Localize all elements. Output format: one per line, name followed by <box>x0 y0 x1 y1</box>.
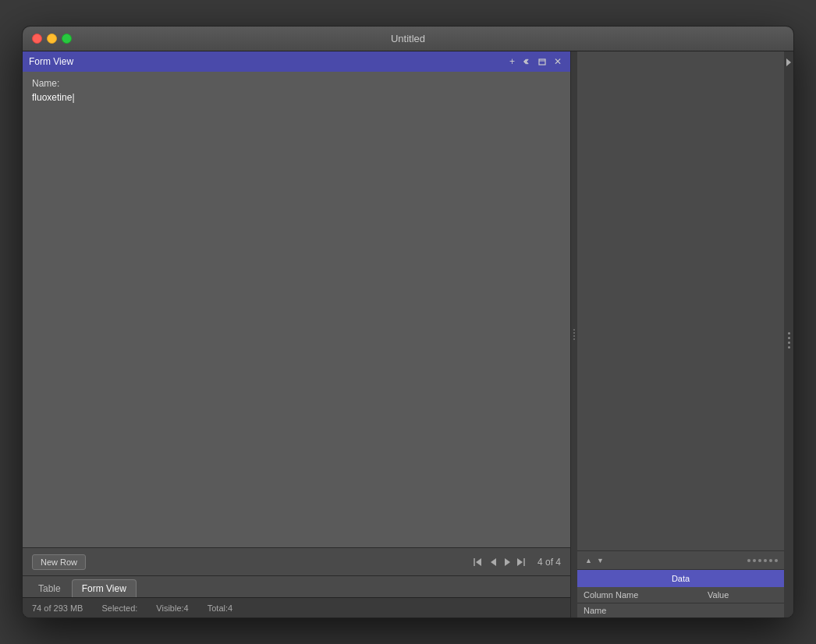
control-bar: ▲ ▼ <box>577 551 784 570</box>
nav-left: New Row <box>32 554 86 570</box>
splitter-dot <box>573 332 575 334</box>
splitter-dots <box>573 329 575 340</box>
status-visible: Visible:4 <box>156 603 188 613</box>
sidebar-strip-dots <box>788 332 790 349</box>
nav-next-icon <box>503 557 511 567</box>
window-icon <box>538 58 546 65</box>
nav-first-button[interactable] <box>472 556 486 568</box>
vertical-splitter[interactable] <box>571 51 577 617</box>
form-window-button[interactable] <box>536 57 548 66</box>
nav-prev-icon <box>490 557 498 567</box>
nav-prev-button[interactable] <box>488 556 499 568</box>
indicator-dot <box>775 559 778 562</box>
nav-last-icon <box>516 557 527 567</box>
data-tab-label: Data <box>672 574 690 583</box>
field-label: Name: <box>32 78 561 89</box>
title-bar: Untitled <box>23 27 793 51</box>
left-panel: Form View + ✕ <box>23 51 571 617</box>
svg-marker-3 <box>476 558 481 566</box>
column-value-header: Value <box>708 590 778 600</box>
field-value: fluoxetine <box>32 92 561 103</box>
indicator-dot <box>764 559 767 562</box>
minimize-button[interactable] <box>47 34 57 44</box>
svg-marker-5 <box>505 558 510 566</box>
s-dot <box>788 337 790 339</box>
maximize-button[interactable] <box>62 34 72 44</box>
nav-first-icon <box>474 557 484 567</box>
form-view-actions: + ✕ <box>507 55 564 68</box>
indicator-dot <box>747 559 750 562</box>
data-cell-value <box>708 606 778 615</box>
indicator-dot <box>758 559 761 562</box>
form-add-button[interactable]: + <box>507 55 517 68</box>
form-back-button[interactable] <box>520 57 533 66</box>
tab-form-view[interactable]: Form View <box>72 579 137 597</box>
control-arrows: ▲ ▼ <box>584 556 605 565</box>
form-view-header: Form View + ✕ <box>23 51 570 72</box>
data-cell-name: Name <box>584 606 708 615</box>
svg-marker-8 <box>786 58 791 66</box>
indicator-dot <box>769 559 772 562</box>
window-title: Untitled <box>391 33 425 44</box>
s-dot <box>788 332 790 334</box>
splitter-dot <box>573 335 575 337</box>
dots-area <box>747 559 778 562</box>
svg-marker-6 <box>517 558 523 566</box>
field-value-text: fluoxetine <box>32 92 72 103</box>
data-row: Name <box>577 603 784 617</box>
close-button[interactable] <box>32 34 42 44</box>
new-row-button[interactable]: New Row <box>32 554 86 570</box>
main-window: Untitled Form View + <box>22 26 794 618</box>
status-selected: Selected: <box>101 603 137 613</box>
window-controls <box>32 34 72 44</box>
column-name-header: Column Name <box>584 590 708 600</box>
svg-rect-0 <box>539 59 545 65</box>
form-close-button[interactable]: ✕ <box>552 55 564 68</box>
splitter-dot <box>573 338 575 340</box>
nav-next-button[interactable] <box>502 556 513 568</box>
back-icon <box>523 58 530 65</box>
ctrl-down-button[interactable]: ▼ <box>595 556 605 565</box>
sidebar-arrow-icon[interactable] <box>785 58 793 67</box>
s-dot <box>788 341 790 344</box>
svg-marker-4 <box>491 558 496 566</box>
tab-table[interactable]: Table <box>29 580 70 597</box>
splitter-dot <box>573 329 575 331</box>
form-content: Name: fluoxetine <box>23 72 570 547</box>
main-content: Form View + ✕ <box>23 51 793 617</box>
right-panel: ▲ ▼ Data <box>577 51 784 617</box>
right-panel-top <box>577 51 784 550</box>
nav-count: 4 of 4 <box>537 557 561 568</box>
status-total: Total:4 <box>208 603 232 613</box>
right-sidebar-strip <box>784 51 793 617</box>
ctrl-up-button[interactable]: ▲ <box>584 556 594 565</box>
right-panel-bottom: ▲ ▼ Data <box>577 550 784 617</box>
nav-arrows: 4 of 4 <box>472 556 561 568</box>
nav-last-button[interactable] <box>515 556 529 568</box>
form-view-title: Form View <box>29 56 73 67</box>
navigation-bar: New Row <box>23 547 570 575</box>
indicator-dot <box>753 559 756 562</box>
text-cursor <box>72 92 74 103</box>
status-bar: 74 of 293 MB Selected: Visible:4 Total:4 <box>23 597 570 617</box>
data-table-header: Column Name Value <box>577 587 784 603</box>
s-dot <box>788 346 790 349</box>
data-tab-header[interactable]: Data <box>577 570 784 587</box>
bottom-tabs: Table Form View <box>23 575 570 597</box>
status-memory: 74 of 293 MB <box>32 603 83 613</box>
